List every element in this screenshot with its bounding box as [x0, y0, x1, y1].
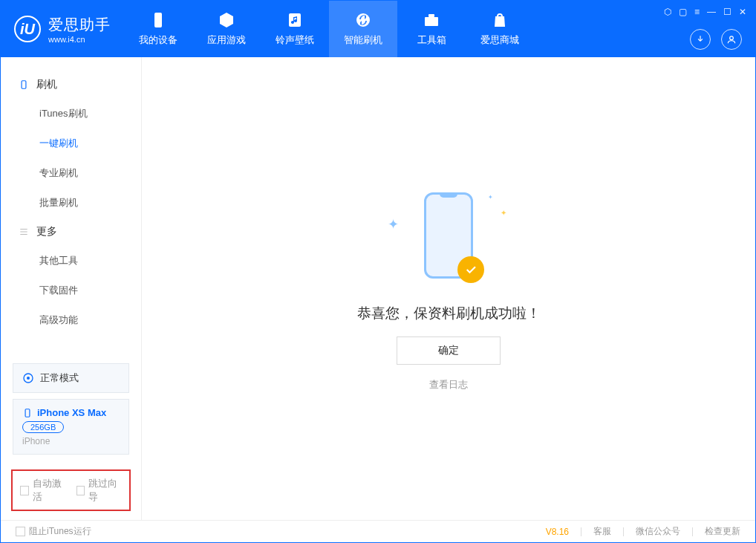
svg-rect-3 — [428, 14, 434, 17]
main-content: ✦ ✦ ✦ 恭喜您，保资料刷机成功啦！ 确定 查看日志 — [142, 57, 755, 520]
device-icon — [149, 11, 167, 29]
divider — [623, 527, 624, 536]
checkbox-skip-guide[interactable]: 跳过向导 — [76, 477, 123, 504]
user-button[interactable] — [721, 29, 742, 50]
divider — [692, 527, 693, 536]
sidebar-item-oneclick-flash[interactable]: 一键刷机 — [1, 129, 141, 158]
svg-rect-8 — [25, 409, 30, 417]
sidebar-item-other-tools[interactable]: 其他工具 — [1, 246, 141, 276]
checkbox-icon — [76, 486, 85, 495]
check-circle-icon — [457, 256, 484, 283]
tab-label: 爱思商城 — [480, 33, 519, 47]
sidebar-item-itunes-flash[interactable]: iTunes刷机 — [1, 99, 141, 129]
sidebar-section-flash: 刷机 — [1, 71, 141, 99]
checkbox-auto-activate[interactable]: 自动激活 — [20, 477, 66, 504]
feedback-icon[interactable]: ▢ — [679, 7, 687, 17]
divider — [581, 527, 581, 536]
header-actions — [690, 29, 742, 50]
tab-store[interactable]: 爱思商城 — [466, 1, 534, 57]
tab-apps[interactable]: 应用游戏 — [192, 1, 261, 57]
highlighted-options: 自动激活 跳过向导 — [11, 469, 131, 511]
refresh-icon — [354, 11, 372, 29]
checkbox-icon — [20, 486, 29, 495]
tab-label: 应用游戏 — [207, 33, 246, 47]
checkbox-block-itunes[interactable]: 阻止iTunes运行 — [16, 525, 91, 538]
window-controls: ⬡ ▢ ≡ — ☐ ✕ — [664, 7, 746, 17]
tab-smart-flash[interactable]: 智能刷机 — [329, 1, 397, 57]
sidebar-item-pro-flash[interactable]: 专业刷机 — [1, 158, 141, 188]
sparkle-icon: ✦ — [501, 209, 506, 217]
checkbox-icon — [16, 527, 25, 536]
device-name: iPhone XS Max — [22, 407, 120, 418]
close-button[interactable]: ✕ — [739, 7, 746, 17]
success-message: 恭喜您，保资料刷机成功啦！ — [357, 304, 541, 323]
checkbox-label: 跳过向导 — [88, 477, 122, 504]
section-label: 更多 — [36, 225, 57, 238]
tab-label: 智能刷机 — [344, 33, 382, 47]
footer-link-wechat[interactable]: 微信公众号 — [636, 525, 680, 538]
sync-icon — [22, 372, 34, 384]
mode-label: 正常模式 — [40, 371, 79, 385]
svg-rect-2 — [425, 17, 438, 26]
sidebar-item-advanced[interactable]: 高级功能 — [1, 305, 141, 335]
sidebar-item-download-firmware[interactable]: 下载固件 — [1, 276, 141, 305]
checkbox-label: 自动激活 — [33, 477, 66, 504]
app-header: iU 爱思助手 www.i4.cn 我的设备 应用游戏 铃声壁纸 智能刷机 工具… — [1, 1, 755, 57]
list-icon — [19, 227, 29, 237]
tab-ringtones[interactable]: 铃声壁纸 — [261, 1, 329, 57]
status-bar: 阻止iTunes运行 V8.16 客服 微信公众号 检查更新 — [1, 520, 755, 542]
user-icon — [726, 34, 737, 45]
menu-icon[interactable]: ≡ — [694, 7, 700, 17]
svg-point-7 — [27, 377, 30, 380]
svg-rect-0 — [154, 13, 162, 27]
toolbox-icon — [423, 11, 440, 29]
tab-label: 我的设备 — [139, 33, 177, 47]
phone-icon — [19, 79, 29, 90]
tab-toolbox[interactable]: 工具箱 — [397, 1, 466, 57]
tab-my-device[interactable]: 我的设备 — [124, 1, 192, 57]
maximize-button[interactable]: ☐ — [723, 7, 731, 17]
minimize-button[interactable]: — — [707, 7, 716, 17]
device-type: iPhone — [22, 436, 120, 446]
device-info-box[interactable]: iPhone XS Max 256GB iPhone — [13, 399, 129, 455]
tab-label: 铃声壁纸 — [276, 33, 314, 47]
cube-icon — [218, 11, 235, 29]
footer-link-update[interactable]: 检查更新 — [705, 525, 740, 538]
logo-url: www.i4.cn — [48, 35, 111, 44]
sparkle-icon: ✦ — [488, 194, 493, 201]
success-illustration: ✦ ✦ ✦ — [382, 186, 515, 290]
footer-link-service[interactable]: 客服 — [593, 525, 611, 538]
checkbox-label: 阻止iTunes运行 — [29, 525, 91, 538]
svg-rect-5 — [22, 81, 26, 89]
device-mode-box[interactable]: 正常模式 — [13, 363, 129, 393]
logo: iU 爱思助手 www.i4.cn — [1, 1, 124, 57]
logo-icon: iU — [14, 16, 41, 42]
shirt-icon[interactable]: ⬡ — [664, 7, 671, 17]
note-icon — [286, 11, 304, 29]
top-nav: 我的设备 应用游戏 铃声壁纸 智能刷机 工具箱 爱思商城 — [124, 1, 534, 57]
phone-small-icon — [22, 408, 33, 418]
view-logs-link[interactable]: 查看日志 — [429, 378, 468, 391]
tab-label: 工具箱 — [417, 33, 446, 47]
section-label: 刷机 — [36, 78, 57, 91]
device-storage-badge: 256GB — [22, 421, 64, 433]
sidebar-item-batch-flash[interactable]: 批量刷机 — [1, 188, 141, 218]
download-button[interactable] — [690, 29, 711, 50]
sidebar-section-more: 更多 — [1, 218, 141, 246]
svg-point-4 — [730, 36, 734, 40]
bag-icon — [491, 11, 509, 29]
ok-button[interactable]: 确定 — [397, 336, 501, 365]
sparkle-icon: ✦ — [388, 216, 399, 233]
logo-title: 爱思助手 — [48, 15, 111, 35]
version-label: V8.16 — [546, 527, 569, 537]
sidebar: 刷机 iTunes刷机 一键刷机 专业刷机 批量刷机 更多 其他工具 下载固件 … — [1, 57, 142, 520]
download-icon — [695, 34, 706, 45]
